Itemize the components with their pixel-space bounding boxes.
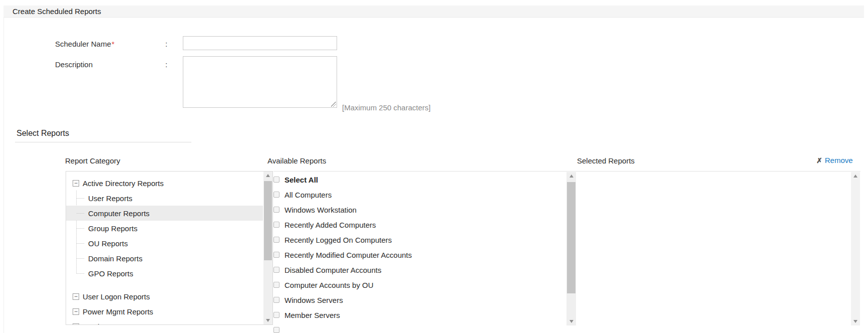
required-asterisk: * — [112, 40, 115, 48]
selected-reports-panel — [576, 172, 850, 333]
description-colon: : — [165, 60, 167, 69]
tree-item[interactable]: − Active Directory Reports — [66, 176, 263, 191]
tree-item-label: Active Directory Reports — [83, 179, 164, 188]
tree-item-label: Power Mgmt Reports — [83, 307, 153, 316]
checkbox[interactable] — [273, 267, 279, 273]
scroll-down-icon[interactable] — [566, 317, 576, 325]
available-report-label: Computer Accounts by OU — [284, 281, 374, 289]
tree-item[interactable]: − Patch Reports — [66, 319, 263, 325]
checkbox[interactable] — [273, 177, 279, 183]
tree-item[interactable]: − OU Reports — [66, 236, 263, 251]
available-report-label: Recently Added Computers — [284, 221, 376, 229]
checkbox[interactable] — [273, 282, 279, 288]
scroll-up-icon[interactable] — [851, 172, 860, 180]
tree-scrollbar[interactable] — [263, 172, 272, 324]
scroll-down-icon[interactable] — [851, 317, 860, 325]
available-report-item[interactable]: Computer Accounts by OU — [273, 277, 566, 292]
tree-item[interactable]: − Domain Reports — [66, 251, 263, 266]
collapse-icon[interactable]: − — [73, 308, 79, 315]
collapse-icon[interactable]: − — [73, 293, 79, 300]
available-report-item[interactable]: Recently Added Computers — [273, 217, 566, 232]
remove-button-label: Remove — [825, 156, 853, 164]
available-scrollbar-thumb[interactable] — [567, 182, 575, 293]
tree-scrollbar-thumb[interactable] — [264, 181, 272, 260]
checkbox[interactable] — [273, 237, 279, 243]
page-title: Create Scheduled Reports — [13, 7, 101, 16]
checkbox[interactable] — [273, 207, 279, 213]
collapse-icon[interactable]: − — [73, 180, 79, 187]
tree-item-label: User Logon Reports — [83, 292, 150, 301]
available-report-label: Windows Servers — [284, 296, 343, 304]
available-report-label: Member Servers — [284, 311, 340, 319]
scroll-down-icon[interactable] — [263, 316, 272, 324]
select-reports-section-title: Select Reports — [17, 129, 69, 138]
tree-item[interactable]: − Group Reports — [66, 221, 263, 236]
tree-item-label: User Reports — [88, 194, 132, 203]
available-report-label: Recently Logged On Computers — [284, 236, 392, 244]
tree-item-label: Group Reports — [88, 224, 137, 233]
scheduler-name-label: Scheduler Name* — [55, 40, 160, 48]
scheduler-name-input[interactable] — [183, 36, 337, 50]
available-scrollbar[interactable] — [566, 172, 576, 325]
tree-item-label: Patch Reports — [83, 322, 130, 325]
scroll-up-icon[interactable] — [263, 172, 272, 180]
description-textarea[interactable] — [183, 56, 337, 108]
checkbox[interactable] — [273, 327, 279, 333]
available-reports-header: Available Reports — [267, 156, 326, 165]
collapse-icon[interactable]: − — [73, 323, 79, 325]
max-characters-hint: [Maximum 250 characters] — [342, 103, 431, 112]
selected-reports-header: Selected Reports — [577, 156, 635, 165]
checkbox[interactable] — [273, 222, 279, 228]
remove-button[interactable]: ✗ Remove — [816, 156, 853, 164]
available-report-label: All Computers — [284, 191, 332, 199]
report-category-tree: − Active Directory Reports − User Report… — [66, 172, 272, 325]
available-report-item[interactable]: All Computers — [273, 187, 566, 202]
checkbox[interactable] — [273, 312, 279, 318]
tree-item[interactable]: − Power Mgmt Reports — [66, 304, 263, 319]
tree-item-label: Computer Reports — [88, 209, 150, 218]
available-report-label: Select All — [284, 176, 318, 184]
available-report-item[interactable]: Member Servers — [273, 307, 566, 322]
available-report-item[interactable]: Windows Workstation — [273, 202, 566, 217]
tree-item[interactable]: − GPO Reports — [66, 266, 263, 281]
tree-item[interactable]: − User Reports — [66, 191, 263, 206]
checkbox[interactable] — [273, 192, 279, 198]
available-report-item[interactable]: Windows Servers — [273, 292, 566, 307]
available-reports-list: Select All All Computers Windows Worksta… — [273, 172, 566, 333]
available-reports-panel: Select All All Computers Windows Worksta… — [273, 172, 566, 333]
available-report-item[interactable]: Disabled Computer Accounts — [273, 262, 566, 277]
tree-item[interactable]: − User Logon Reports — [66, 289, 263, 304]
selected-scrollbar[interactable] — [851, 172, 860, 325]
section-divider — [15, 142, 191, 142]
scroll-up-icon[interactable] — [566, 172, 576, 180]
description-label: Description — [55, 60, 160, 69]
available-report-item[interactable]: Select All — [273, 172, 566, 187]
available-report-label: Disabled Computer Accounts — [284, 266, 381, 274]
tree-item[interactable]: − Computer Reports — [66, 206, 263, 221]
available-report-item[interactable]: Recently Logged On Computers — [273, 232, 566, 247]
textarea-resize-handle[interactable] — [331, 102, 336, 107]
tree-item-label: GPO Reports — [88, 269, 133, 278]
scheduler-name-colon: : — [165, 40, 167, 48]
available-report-item[interactable] — [273, 322, 566, 333]
page-left-border — [4, 6, 4, 333]
available-report-label: Windows Workstation — [284, 206, 357, 214]
remove-x-icon: ✗ — [816, 156, 822, 164]
checkbox[interactable] — [273, 297, 279, 303]
available-report-item[interactable]: Recently Modified Computer Accounts — [273, 247, 566, 262]
report-category-tree-panel: − Active Directory Reports − User Report… — [66, 171, 273, 325]
report-category-header: Report Category — [65, 156, 120, 165]
checkbox[interactable] — [273, 252, 279, 258]
tree-item-label: OU Reports — [88, 239, 128, 248]
available-report-label: Recently Modified Computer Accounts — [284, 251, 412, 259]
tree-item-label: Domain Reports — [88, 254, 142, 263]
page-header-bar: Create Scheduled Reports — [4, 6, 864, 18]
